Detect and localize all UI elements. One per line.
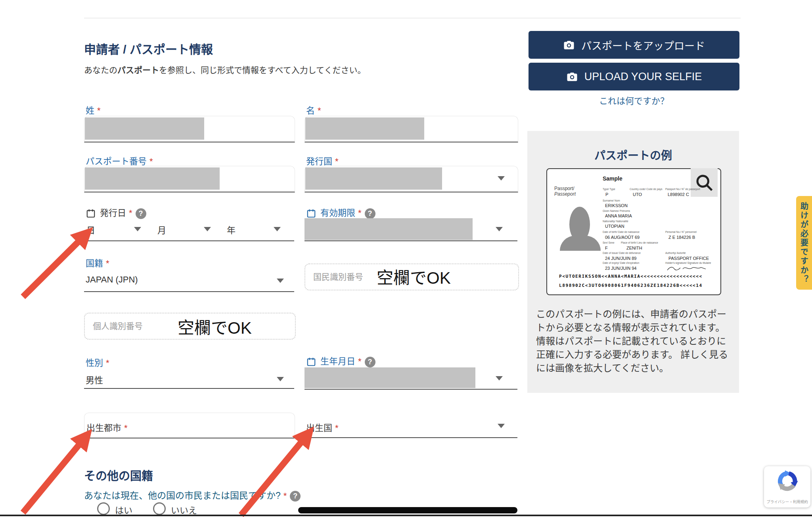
expiry-date-label: 有効期限*? (306, 206, 375, 219)
required-asterisk: * (97, 106, 101, 115)
pp-expiry-value: 23 JUN/JUIN 94 (605, 266, 636, 271)
expiry-date-underline (304, 223, 517, 241)
nationality-label: 国籍* (86, 256, 109, 269)
pp-country-code-label: Country code/ Code de pays (630, 188, 662, 190)
pp-personal-no-label: Personal No./ N° personnel (665, 231, 697, 233)
calendar-icon (86, 208, 96, 219)
upload-selfie-button[interactable]: UPLOAD YOUR SELFIE (529, 63, 739, 90)
pp-type-value: P (605, 192, 608, 197)
pp-issue-label: Date of issue/ Date de délivrance (603, 252, 641, 254)
calendar-icon (306, 208, 316, 219)
help-icon[interactable]: ? (365, 357, 375, 367)
issuing-country-label-text: 発行国 (306, 156, 332, 166)
pp-authority-value: PASSPORT OFFICE (668, 256, 709, 261)
subtitle-suffix: を参照し、同じ形式で情報をすべて入力してください。 (159, 65, 366, 75)
help-icon[interactable]: ? (365, 208, 375, 219)
gender-label: 性別* (86, 356, 109, 368)
passport-example-description: このパスポートの例には、申請者のパスポートから必要となる情報が表示されています。… (536, 308, 731, 375)
birth-date-underline (304, 373, 517, 390)
pp-dob-label: Date of birth/ Date de naissance (603, 231, 640, 233)
pp-pob-label: Place of birth/ Lieu de naissance (621, 241, 658, 244)
required-asterisk: * (106, 358, 109, 368)
passport-sample-image[interactable]: Sample Passport/ Passeport Type/ Type Co… (546, 168, 721, 295)
issuing-country-label: 発行国* (306, 154, 339, 167)
pp-given-label: Given Names/ Prénoms (603, 209, 630, 212)
pp-pob-value: ZENITH (626, 246, 642, 250)
doc-title-line2: Passeport (554, 191, 576, 197)
mrz-line-1: P<UTOERIKSSON<<ANNA<MARIA<<<<<<<<<<<<<<<… (559, 274, 703, 279)
pp-dob-value: 06 AUG/AOÛT 69 (605, 235, 640, 240)
pp-country-code-value: UTO (633, 192, 642, 197)
given-name-redaction (305, 117, 424, 140)
nationality-label-text: 国籍 (86, 258, 103, 268)
issue-date-label: 発行日*? (86, 206, 146, 219)
pp-surname-value: ERIKSSON (605, 203, 628, 208)
radio-no-label: いいえ (171, 503, 197, 516)
birth-date-label-text: 生年月日 (320, 356, 355, 366)
scroll-indicator-bar[interactable] (298, 507, 517, 513)
birth-date-label: 生年月日*? (306, 354, 375, 367)
pp-sex-label: Sex/ Sexe (603, 241, 615, 244)
recaptcha-terms[interactable]: プライバシー・利用規約 (764, 499, 810, 504)
radio-no[interactable] (153, 502, 166, 515)
upload-passport-label: パスポートをアップロード (581, 38, 705, 52)
required-asterisk: * (106, 258, 109, 268)
help-icon[interactable]: ? (290, 491, 301, 502)
pp-nationality-label: Nationality/ Nationalité (603, 220, 628, 223)
calendar-icon (306, 357, 316, 367)
help-tab[interactable]: 助けが必要ですか？ (796, 196, 812, 290)
chevron-down-icon[interactable] (498, 176, 505, 181)
required-asterisk: * (335, 156, 339, 166)
passport-doc-title: Passport/ Passeport (554, 186, 576, 197)
birth-city-label: 出生都市* (86, 421, 128, 433)
upload-passport-button[interactable]: パスポートをアップロード (529, 31, 739, 59)
pp-nationality-value: UTOPIAN (605, 224, 624, 229)
passport-number-label-text: パスポート番号 (86, 156, 147, 166)
other-nationality-heading: その他の国籍 (84, 467, 153, 483)
required-asterisk: * (124, 423, 128, 433)
surname-label-text: 姓 (86, 106, 94, 115)
required-asterisk: * (283, 491, 287, 501)
chevron-down-icon[interactable] (496, 227, 503, 231)
nationality-underline (84, 275, 294, 292)
what-is-this-link[interactable]: これは何ですか？ (529, 94, 739, 106)
required-asterisk: * (335, 423, 339, 433)
passport-number-label: パスポート番号* (86, 154, 153, 167)
top-divider (84, 18, 741, 18)
pp-passport-no-value: L898902 C (668, 192, 689, 197)
chevron-down-icon[interactable] (496, 376, 503, 381)
surname-label: 姓* (86, 103, 101, 116)
chevron-down-icon[interactable] (498, 424, 505, 428)
pp-surname-label: Surname/ Nom (603, 199, 620, 202)
page-subtitle: あなたのパスポートを参照し、同じ形式で情報をすべて入力してください。 (84, 63, 366, 75)
recaptcha-badge[interactable]: プライバシー・利用規約 (764, 466, 810, 507)
help-icon[interactable]: ? (136, 208, 146, 219)
required-asterisk: * (149, 156, 153, 166)
doc-title-line1: Passport/ (554, 186, 576, 191)
question-text: あなたは現在、他の国の市民または国民ですか? (84, 490, 281, 501)
birth-city-label-text: 出生都市 (86, 423, 121, 433)
recaptcha-icon (776, 469, 799, 492)
camera-icon (566, 71, 578, 83)
pp-personal-no-value: Z E 184226 B (668, 235, 695, 240)
pp-authority-label: Authority/ Autorité (665, 252, 686, 254)
passport-example-panel: パスポートの例 Sample Passport/ Passeport Type/… (527, 131, 739, 393)
national-id-blank-ok-annotation: 空欄でOK (377, 264, 451, 288)
avatar-shoulders (560, 236, 601, 251)
radio-yes[interactable] (97, 502, 110, 515)
pp-signature-label: Holder's signature/ Signature du titulai… (665, 261, 711, 264)
camera-icon (563, 39, 575, 51)
birth-country-label-text: 出生国 (306, 423, 332, 433)
other-nationality-question: あなたは現在、他の国の市民または国民ですか?*? (84, 488, 301, 502)
arrow-to-issue-day (23, 235, 85, 297)
birth-country-label: 出生国* (306, 421, 339, 433)
passport-application-page: 申請者 / パスポート情報 あなたのパスポートを参照し、同じ形式で情報をすべて入… (0, 0, 812, 517)
zoom-corner[interactable] (691, 168, 718, 197)
given-name-label-text: 名 (306, 106, 315, 115)
required-asterisk: * (358, 356, 362, 366)
pp-passport-no-label: Passport No./ N° de passeport (665, 188, 700, 190)
subtitle-bold: パスポート (117, 65, 159, 75)
surname-redaction (85, 117, 204, 140)
required-asterisk: * (358, 208, 362, 218)
gender-underline (84, 373, 294, 389)
